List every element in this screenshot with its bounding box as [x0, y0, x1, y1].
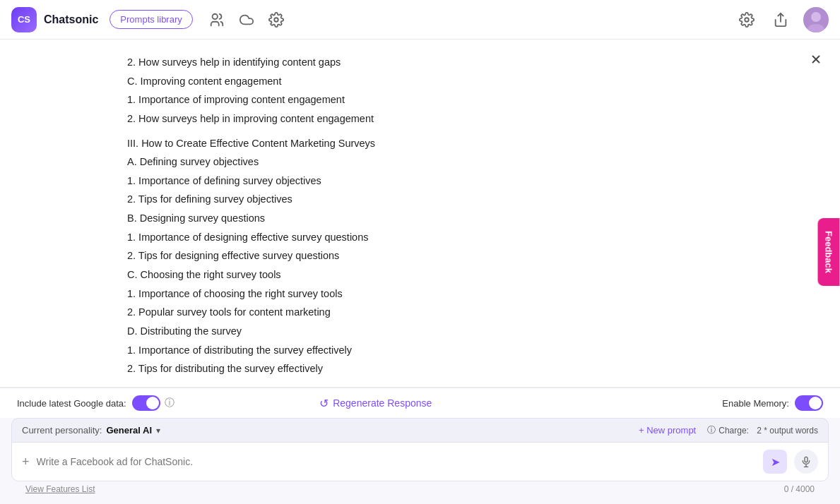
charge-info-icon: ⓘ — [707, 424, 716, 436]
header-icons — [207, 10, 286, 30]
svg-point-1 — [274, 18, 278, 22]
content-line: 2. Tips for distributing the survey effe… — [127, 360, 798, 378]
enable-memory-label: Enable Memory: — [722, 398, 789, 409]
settings-icon[interactable] — [266, 10, 286, 30]
regenerate-icon: ↺ — [319, 397, 329, 410]
google-data-toggle[interactable] — [132, 395, 160, 411]
content-line: 2. Popular survey tools for content mark… — [127, 304, 798, 321]
send-icon: ➤ — [771, 455, 780, 469]
content-line: 2. How surveys help in improving content… — [127, 110, 798, 128]
svg-point-2 — [745, 18, 749, 22]
view-features-link[interactable]: View Features List — [25, 484, 95, 494]
content-line: C. Improving content engagement — [127, 73, 798, 90]
content-line: 1. Importance of distributing the survey… — [127, 342, 798, 359]
svg-point-0 — [212, 13, 217, 18]
header-right — [735, 7, 829, 32]
cloud-icon[interactable] — [237, 10, 256, 30]
svg-point-5 — [811, 12, 821, 22]
chat-input[interactable] — [37, 456, 756, 467]
personality-dropdown[interactable]: ▾ — [156, 426, 160, 436]
avatar[interactable] — [803, 7, 829, 32]
feedback-tab[interactable]: Feedback — [818, 218, 840, 286]
logo-icon: CS — [11, 7, 37, 32]
personality-bar: Current personality: General AI ▾ + New … — [11, 418, 829, 442]
personality-value: General AI — [106, 425, 152, 436]
charge-label: ⓘ Charge: 2 * output words — [707, 424, 818, 436]
content-line: B. Designing survey questions — [127, 210, 798, 227]
svg-rect-9 — [805, 457, 808, 462]
app-name: Chatsonic — [44, 13, 98, 26]
send-button[interactable]: ➤ — [763, 450, 787, 474]
main-area: 2. How surveys help in identifying conte… — [0, 40, 840, 504]
enable-memory-toggle[interactable] — [795, 395, 823, 411]
content-line: 1. Importance of designing effective sur… — [127, 229, 798, 246]
input-box: + ➤ — [11, 442, 829, 481]
content-line: 2. Tips for defining survey objectives — [127, 191, 798, 208]
content-line: 1. Importance of defining survey objecti… — [127, 172, 798, 190]
personality-label: Current personality: — [22, 425, 102, 436]
footer-row: View Features List 0 / 4000 — [11, 481, 829, 498]
content-line: 1. Importance of improving content engag… — [127, 91, 798, 109]
content-area: 2. How surveys help in identifying conte… — [0, 40, 840, 387]
content-line: D. Distributing the survey — [127, 323, 798, 340]
prompts-library-button[interactable]: Prompts library — [110, 10, 192, 29]
gear-icon[interactable] — [735, 8, 758, 31]
logo-area: CS Chatsonic — [11, 7, 98, 32]
char-count: 0 / 4000 — [784, 484, 815, 494]
content-line: C. Choosing the right survey tools — [127, 266, 798, 284]
toggle-row: Include latest Google data: ⓘ ↺ Regenera… — [0, 388, 840, 418]
plus-icon[interactable]: + — [22, 455, 30, 469]
new-prompt-button[interactable]: + New prompt — [639, 425, 696, 436]
header: CS Chatsonic Prompts library — [0, 0, 840, 40]
input-section: Current personality: General AI ▾ + New … — [0, 418, 840, 504]
content-line: 1. Importance of choosing the right surv… — [127, 285, 798, 303]
info-icon[interactable]: ⓘ — [165, 397, 174, 409]
content-line: A. Defining survey objectives — [127, 153, 798, 171]
bottom-bar: Include latest Google data: ⓘ ↺ Regenera… — [0, 387, 840, 504]
content-line: 2. Tips for designing effective survey q… — [127, 247, 798, 265]
share-icon[interactable] — [769, 8, 792, 31]
close-button[interactable] — [806, 49, 826, 69]
enable-memory-area: Enable Memory: — [722, 395, 823, 411]
google-data-label: Include latest Google data: — [17, 398, 126, 409]
content-line: III. How to Create Effective Content Mar… — [127, 135, 798, 152]
microphone-button[interactable] — [794, 450, 818, 474]
regenerate-button[interactable]: ↺ Regenerate Response — [319, 397, 432, 410]
content-line: 2. How surveys help in identifying conte… — [127, 54, 798, 71]
people-icon[interactable] — [207, 10, 227, 30]
